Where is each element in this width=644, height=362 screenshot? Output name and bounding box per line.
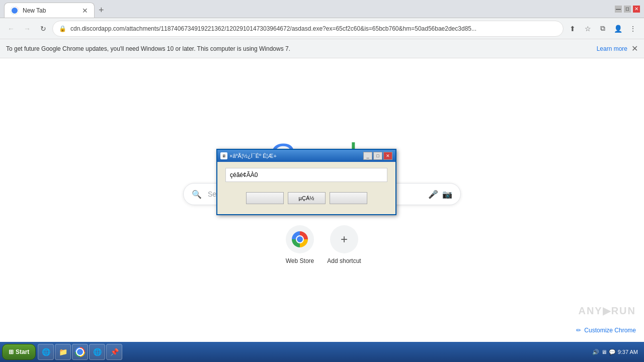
split-button[interactable]: ⧉ (596, 22, 610, 36)
anyrun-watermark: ANY▶RUN (578, 305, 636, 317)
address-bar[interactable]: 🔒 cdn.discordapp.com/attachments/1187406… (52, 21, 564, 37)
main-content: Google 🔍 Search Google or type a URL 🎤 📷… (0, 58, 644, 342)
web-store-icon (286, 225, 314, 253)
new-tab-button[interactable]: + (95, 3, 108, 18)
chrome-logo-icon (292, 231, 308, 247)
forward-button[interactable]: → (20, 22, 34, 36)
share-button[interactable]: ⬆ (566, 22, 580, 36)
web-store-shortcut[interactable]: Web Store (282, 225, 318, 264)
dialog-titlebar: 🖥 ×ãºÃ¦½¿Ì¯Êº Ê¦Æ+ _ □ ✕ (217, 150, 395, 162)
title-bar: New Tab ✕ + — □ ✕ (0, 0, 644, 18)
tab-strip: New Tab ✕ + (4, 0, 615, 18)
taskbar-items: 🌐 📁 🌐 📌 (38, 344, 590, 360)
dialog-overlay: 🖥 ×ãºÃ¦½¿Ì¯Êº Ê¦Æ+ _ □ ✕ çéãé¢ÃÀ0 µÇÁ½ (216, 149, 396, 215)
dialog-right-button[interactable] (330, 192, 367, 204)
tab-favicon (11, 7, 19, 15)
customize-label: Customize Chrome (584, 327, 636, 334)
dialog-minimize-button[interactable]: _ (363, 152, 372, 160)
voice-search-icon[interactable]: 🎤 (428, 190, 438, 199)
tab-close-button[interactable]: ✕ (82, 7, 88, 15)
add-shortcut-shortcut[interactable]: + Add shortcut (326, 225, 362, 264)
dialog-win-controls: _ □ ✕ (363, 152, 392, 160)
chrome-taskbar-icon (75, 347, 85, 357)
taskbar-extra-icon[interactable]: 📌 (106, 344, 122, 360)
bookmark-button[interactable]: ☆ (581, 22, 595, 36)
search-right-icons: 🎤 📷 (428, 190, 452, 199)
dialog-title-text: ×ãºÃ¦½¿Ì¯Êº Ê¦Æ+ (229, 153, 361, 159)
start-icon: ⊞ (9, 348, 14, 355)
minimize-button[interactable]: — (615, 6, 622, 13)
add-shortcut-icon: + (330, 225, 358, 253)
taskbar-edge-icon[interactable]: 🌐 (89, 344, 105, 360)
learn-more-link[interactable]: Learn more (597, 45, 627, 52)
tray-icon-2: 🖥 (601, 349, 607, 355)
tab-title: New Tab (23, 7, 46, 14)
search-icon: 🔍 (192, 190, 202, 199)
customize-chrome-button[interactable]: ✏ Customize Chrome (576, 327, 636, 334)
add-shortcut-label: Add shortcut (327, 257, 361, 264)
dialog-buttons: µÇÁ½ (225, 190, 387, 208)
shortcuts-container: Web Store + Add shortcut (282, 225, 362, 264)
security-icon: 🔒 (59, 25, 66, 32)
dialog-ok-button[interactable]: µÇÁ½ (288, 192, 326, 204)
taskbar-chrome-taskbar-icon[interactable] (72, 344, 88, 360)
navbar: ← → ↻ 🔒 cdn.discordapp.com/attachments/1… (0, 18, 644, 39)
tray-icon-1: 🔊 (592, 349, 599, 355)
system-tray: 🔊 🖥 💬 9:37 AM (592, 349, 642, 355)
start-button[interactable]: ⊞ Start (2, 344, 36, 360)
active-tab[interactable]: New Tab ✕ (4, 3, 95, 18)
taskbar-folder-icon[interactable]: 📁 (55, 344, 71, 360)
profile-button[interactable]: 👤 (611, 22, 625, 36)
infobar: To get future Google Chrome updates, you… (0, 39, 644, 58)
start-label: Start (16, 348, 29, 355)
taskbar: ⊞ Start 🌐 📁 🌐 📌 🔊 🖥 💬 9:37 AM (0, 342, 644, 362)
dialog-close-button[interactable]: ✕ (383, 152, 392, 160)
dialog-message: çéãé¢ÃÀ0 (225, 168, 387, 182)
image-search-icon[interactable]: 📷 (442, 190, 452, 199)
web-store-label: Web Store (286, 257, 314, 264)
dialog-title-icon: 🖥 (220, 152, 227, 159)
nav-icons-right: ⬆ ☆ ⧉ 👤 ⋮ (566, 22, 640, 36)
dialog-maximize-button[interactable]: □ (373, 152, 382, 160)
infobar-close-button[interactable]: ✕ (631, 44, 638, 53)
menu-button[interactable]: ⋮ (626, 22, 640, 36)
system-time: 9:37 AM (618, 349, 638, 355)
window-controls: — □ ✕ (615, 6, 640, 13)
customize-icon: ✏ (576, 327, 581, 334)
tray-icon-3: 💬 (609, 349, 616, 355)
reload-button[interactable]: ↻ (36, 22, 50, 36)
dialog-window: 🖥 ×ãºÃ¦½¿Ì¯Êº Ê¦Æ+ _ □ ✕ çéãé¢ÃÀ0 µÇÁ½ (216, 149, 396, 215)
taskbar-ie-icon[interactable]: 🌐 (38, 344, 54, 360)
dialog-body: çéãé¢ÃÀ0 µÇÁ½ (217, 162, 395, 214)
dialog-left-button[interactable] (246, 192, 284, 204)
infobar-message: To get future Google Chrome updates, you… (6, 45, 593, 52)
address-text: cdn.discordapp.com/attachments/118740673… (70, 25, 557, 32)
close-window-button[interactable]: ✕ (633, 6, 640, 13)
back-button[interactable]: ← (4, 22, 18, 36)
maximize-button[interactable]: □ (624, 6, 631, 13)
